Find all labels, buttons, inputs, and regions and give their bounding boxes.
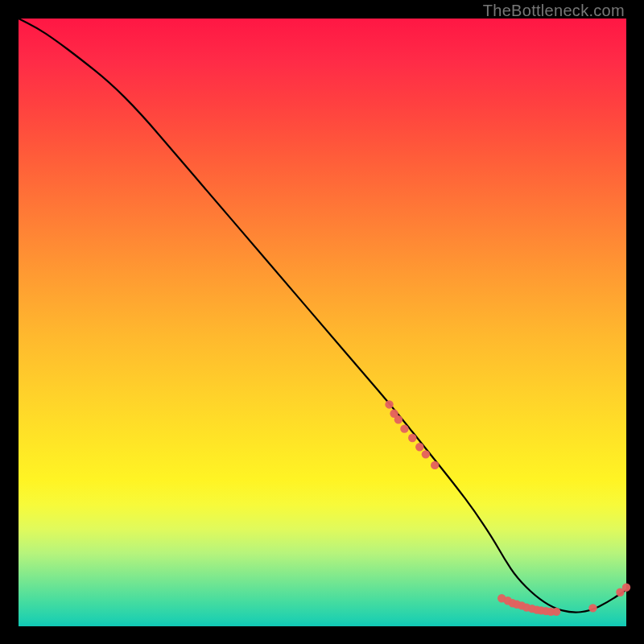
data-point — [422, 450, 430, 458]
data-point — [385, 400, 393, 408]
plot-area — [19, 19, 626, 626]
watermark-text: TheBottleneck.com — [483, 2, 625, 20]
data-point — [415, 443, 423, 451]
data-point — [408, 434, 416, 442]
scatter-points — [385, 400, 630, 616]
chart-stage: TheBottleneck.com — [0, 0, 644, 644]
data-point — [431, 461, 439, 469]
data-point — [622, 583, 630, 591]
bottleneck-curve — [19, 19, 626, 613]
data-point — [552, 608, 560, 616]
data-point — [400, 424, 408, 432]
data-point — [588, 604, 597, 612]
chart-svg — [19, 19, 626, 626]
data-point — [394, 415, 402, 423]
